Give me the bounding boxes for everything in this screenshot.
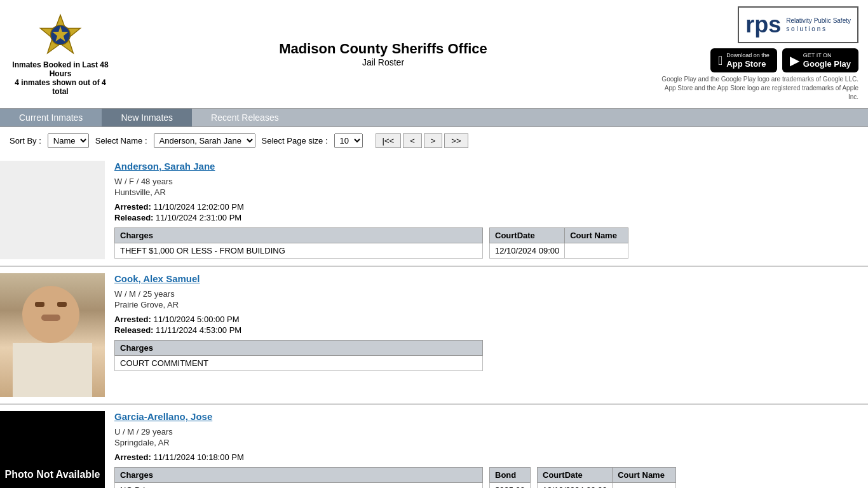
- inmate-photo-cook: [0, 273, 105, 397]
- court-date-cell: 12/10/2024 09:00: [538, 483, 613, 488]
- charges-table-cook: Charges COURT COMMITMENT: [114, 340, 483, 371]
- inmate-photo-garcia: Photo Not Available: [0, 411, 105, 488]
- court-name-header: Court Name: [613, 468, 676, 483]
- page-header: Inmates Booked in Last 48 Hours 4 inmate…: [0, 0, 868, 108]
- charges-header: Charges: [115, 341, 483, 356]
- rps-tagline: Relativity Public Safety s o l u t i o n…: [786, 17, 851, 33]
- inmate-dates-cook: Arrested: 11/10/2024 5:00:00 PM Released…: [114, 315, 858, 335]
- inmate-record-cook: Cook, Alex Samuel W / M / 25 years Prair…: [0, 267, 868, 405]
- inmate-details-cook: Cook, Alex Samuel W / M / 25 years Prair…: [105, 273, 868, 397]
- tab-current-inmates[interactable]: Current Inmates: [0, 109, 102, 126]
- court-date-header: CourtDate: [538, 468, 613, 483]
- charges-section-garcia: Charges NO D.L. PUBLIC INTOXICATION / DR…: [114, 467, 858, 488]
- inmate-dates-anderson: Arrested: 11/10/2024 12:02:00 PM Release…: [114, 202, 858, 222]
- inmate-demographics-anderson: W / F / 48 years Huntsville, AR: [114, 177, 858, 197]
- charges-header: Charges: [115, 228, 483, 243]
- inmate-name-cook[interactable]: Cook, Alex Samuel: [114, 273, 858, 284]
- court-name-cell: [613, 483, 676, 488]
- inmate-details-garcia: Garcia-Arellano, Jose U / M / 29 years S…: [105, 411, 868, 488]
- pagination-buttons: |<< < > >>: [376, 133, 468, 148]
- name-select[interactable]: Anderson, Sarah Jane: [154, 133, 255, 148]
- bond-header: Bond: [490, 468, 531, 483]
- name-label: Select Name :: [95, 136, 147, 146]
- app-buttons:  Download on the App Store ▶ GET IT ON …: [710, 48, 858, 72]
- next-page-button[interactable]: >: [424, 133, 443, 148]
- court-table-anderson: CourtDate Court Name 12/10/2024 09:00: [489, 227, 628, 259]
- page-subtitle: Jail Roster: [111, 57, 655, 67]
- inmates-subtext: Inmates Booked in Last 48 Hours 4 inmate…: [10, 60, 111, 96]
- rps-letters: rps: [745, 11, 781, 38]
- nav-tabs: Current Inmates New Inmates Recent Relea…: [0, 108, 868, 127]
- court-name-header: Court Name: [565, 228, 628, 243]
- court-date-cell: 12/10/2024 09:00: [490, 243, 565, 259]
- inmate-name-garcia[interactable]: Garcia-Arellano, Jose: [114, 411, 858, 422]
- table-row: COURT COMMITMENT: [115, 356, 483, 371]
- charge-cell: COURT COMMITMENT: [115, 356, 483, 371]
- sheriff-badge-icon: [38, 13, 83, 57]
- table-row: THEFT $1,000 OR LESS - FROM BUILDING: [115, 243, 483, 259]
- inmate-record-garcia: Photo Not Available Garcia-Arellano, Jos…: [0, 405, 868, 488]
- page-title: Madison County Sheriffs Office: [111, 41, 655, 57]
- bond-cell: $925.00: [490, 483, 531, 488]
- inmate-details-anderson: Anderson, Sarah Jane W / F / 48 years Hu…: [105, 161, 868, 259]
- sort-select[interactable]: Name: [48, 133, 89, 148]
- inmate-record-anderson: Anderson, Sarah Jane W / F / 48 years Hu…: [0, 154, 868, 267]
- court-table-garcia: CourtDate Court Name 12/10/2024 09:00: [537, 467, 676, 488]
- trademark-text: Google Play and the Google Play logo are…: [655, 75, 858, 102]
- inmate-photo-anderson: [0, 161, 105, 259]
- charges-section-cook: Charges COURT COMMITMENT: [114, 340, 858, 371]
- sort-label: Sort By :: [10, 136, 41, 146]
- court-name-cell: [565, 243, 628, 259]
- table-row: $925.00: [490, 483, 531, 488]
- photo-not-available-text: Photo Not Available: [5, 468, 100, 482]
- page-size-select[interactable]: 10: [334, 133, 363, 148]
- inmate-demographics-garcia: U / M / 29 years Springdale, AR: [114, 427, 858, 447]
- table-row: NO D.L.: [115, 483, 483, 488]
- apple-icon: : [718, 53, 722, 68]
- charges-header: Charges: [115, 468, 483, 483]
- google-play-icon: ▶: [790, 53, 799, 68]
- app-store-button[interactable]:  Download on the App Store: [710, 48, 777, 72]
- first-page-button[interactable]: |<<: [376, 133, 402, 148]
- charges-section-anderson: Charges THEFT $1,000 OR LESS - FROM BUIL…: [114, 227, 858, 259]
- last-page-button[interactable]: >>: [444, 133, 468, 148]
- charge-cell: NO D.L.: [115, 483, 483, 488]
- inmate-dates-garcia: Arrested: 11/11/2024 10:18:00 PM: [114, 452, 858, 462]
- charges-table-anderson: Charges THEFT $1,000 OR LESS - FROM BUIL…: [114, 227, 483, 259]
- table-row: 12/10/2024 09:00: [538, 483, 676, 488]
- header-center: Madison County Sheriffs Office Jail Rost…: [111, 41, 655, 67]
- court-date-header: CourtDate: [490, 228, 565, 243]
- charge-cell: THEFT $1,000 OR LESS - FROM BUILDING: [115, 243, 483, 259]
- inmate-demographics-cook: W / M / 25 years Prairie Grove, AR: [114, 289, 858, 309]
- prev-page-button[interactable]: <: [403, 133, 422, 148]
- charges-table-garcia: Charges NO D.L. PUBLIC INTOXICATION / DR…: [114, 467, 483, 488]
- rps-logo: rps Relativity Public Safety s o l u t i…: [738, 6, 858, 43]
- page-size-label: Select Page size :: [262, 136, 328, 146]
- tab-new-inmates[interactable]: New Inmates: [102, 109, 192, 126]
- inmate-name-anderson[interactable]: Anderson, Sarah Jane: [114, 161, 858, 172]
- controls-bar: Sort By : Name Select Name : Anderson, S…: [0, 127, 868, 154]
- google-play-button[interactable]: ▶ GET IT ON Google Play: [782, 48, 858, 72]
- table-row: 12/10/2024 09:00: [490, 243, 628, 259]
- bond-table-garcia: Bond $925.00: [489, 467, 531, 488]
- header-left: Inmates Booked in Last 48 Hours 4 inmate…: [10, 13, 111, 96]
- tab-recent-releases[interactable]: Recent Releases: [192, 109, 298, 126]
- header-right: rps Relativity Public Safety s o l u t i…: [655, 6, 858, 102]
